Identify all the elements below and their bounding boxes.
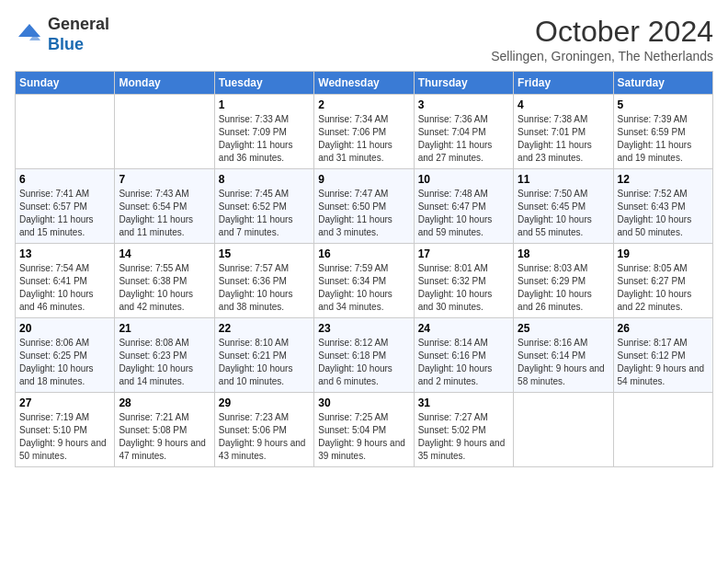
day-info: Sunrise: 7:23 AM Sunset: 5:06 PM Dayligh… xyxy=(219,411,310,463)
day-info: Sunrise: 8:01 AM Sunset: 6:32 PM Dayligh… xyxy=(418,262,509,314)
month-title: October 2024 xyxy=(491,15,713,49)
day-info: Sunrise: 7:39 AM Sunset: 6:59 PM Dayligh… xyxy=(618,113,709,165)
calendar-cell: 25Sunrise: 8:16 AM Sunset: 6:14 PM Dayli… xyxy=(514,318,613,393)
day-info: Sunrise: 7:36 AM Sunset: 7:04 PM Dayligh… xyxy=(418,113,509,165)
day-info: Sunrise: 7:45 AM Sunset: 6:52 PM Dayligh… xyxy=(219,188,310,239)
calendar-table: SundayMondayTuesdayWednesdayThursdayFrid… xyxy=(15,71,713,467)
day-number: 28 xyxy=(119,396,210,409)
day-info: Sunrise: 7:19 AM Sunset: 5:10 PM Dayligh… xyxy=(19,411,110,463)
day-info: Sunrise: 7:34 AM Sunset: 7:06 PM Dayligh… xyxy=(318,113,409,165)
calendar-cell: 29Sunrise: 7:23 AM Sunset: 5:06 PM Dayli… xyxy=(214,393,313,467)
logo-blue-text: Blue xyxy=(48,35,84,53)
day-number: 3 xyxy=(418,98,509,111)
day-number: 6 xyxy=(19,173,110,186)
day-number: 31 xyxy=(418,396,509,409)
day-number: 26 xyxy=(618,322,709,335)
day-number: 16 xyxy=(318,247,409,260)
logo-general-text: General xyxy=(48,15,109,33)
calendar-cell: 13Sunrise: 7:54 AM Sunset: 6:41 PM Dayli… xyxy=(16,244,115,318)
day-info: Sunrise: 8:06 AM Sunset: 6:25 PM Dayligh… xyxy=(19,337,110,388)
day-info: Sunrise: 7:50 AM Sunset: 6:45 PM Dayligh… xyxy=(518,188,609,239)
day-number: 14 xyxy=(119,247,210,260)
page-header: General Blue October 2024 Sellingen, Gro… xyxy=(15,15,713,63)
logo: General Blue xyxy=(15,15,109,54)
calendar-cell: 2Sunrise: 7:34 AM Sunset: 7:06 PM Daylig… xyxy=(314,95,414,169)
calendar-cell: 23Sunrise: 8:12 AM Sunset: 6:18 PM Dayli… xyxy=(314,318,414,393)
calendar-week-row: 20Sunrise: 8:06 AM Sunset: 6:25 PM Dayli… xyxy=(16,318,713,393)
calendar-cell xyxy=(16,95,115,169)
calendar-cell: 4Sunrise: 7:38 AM Sunset: 7:01 PM Daylig… xyxy=(514,95,613,169)
calendar-cell: 19Sunrise: 8:05 AM Sunset: 6:27 PM Dayli… xyxy=(613,244,712,318)
day-info: Sunrise: 7:21 AM Sunset: 5:08 PM Dayligh… xyxy=(119,411,210,463)
day-number: 15 xyxy=(219,247,310,260)
weekday-header-friday: Friday xyxy=(514,72,613,95)
calendar-cell xyxy=(115,95,214,169)
calendar-week-row: 27Sunrise: 7:19 AM Sunset: 5:10 PM Dayli… xyxy=(16,393,713,467)
day-info: Sunrise: 8:10 AM Sunset: 6:21 PM Dayligh… xyxy=(219,337,310,388)
calendar-cell: 31Sunrise: 7:27 AM Sunset: 5:02 PM Dayli… xyxy=(414,393,513,467)
day-info: Sunrise: 7:25 AM Sunset: 5:04 PM Dayligh… xyxy=(318,411,409,463)
calendar-cell: 27Sunrise: 7:19 AM Sunset: 5:10 PM Dayli… xyxy=(16,393,115,467)
day-number: 25 xyxy=(518,322,609,335)
calendar-cell: 11Sunrise: 7:50 AM Sunset: 6:45 PM Dayli… xyxy=(514,169,613,244)
day-number: 30 xyxy=(318,396,409,409)
day-info: Sunrise: 7:38 AM Sunset: 7:01 PM Dayligh… xyxy=(518,113,609,165)
calendar-cell: 30Sunrise: 7:25 AM Sunset: 5:04 PM Dayli… xyxy=(314,393,414,467)
day-info: Sunrise: 7:47 AM Sunset: 6:50 PM Dayligh… xyxy=(318,188,409,239)
calendar-cell: 22Sunrise: 8:10 AM Sunset: 6:21 PM Dayli… xyxy=(214,318,313,393)
day-number: 17 xyxy=(418,247,509,260)
day-info: Sunrise: 7:54 AM Sunset: 6:41 PM Dayligh… xyxy=(19,262,110,314)
day-info: Sunrise: 7:41 AM Sunset: 6:57 PM Dayligh… xyxy=(19,188,110,239)
calendar-cell: 17Sunrise: 8:01 AM Sunset: 6:32 PM Dayli… xyxy=(414,244,513,318)
calendar-cell xyxy=(514,393,613,467)
day-number: 10 xyxy=(418,173,509,186)
calendar-cell: 14Sunrise: 7:55 AM Sunset: 6:38 PM Dayli… xyxy=(115,244,214,318)
calendar-cell: 15Sunrise: 7:57 AM Sunset: 6:36 PM Dayli… xyxy=(214,244,313,318)
day-info: Sunrise: 8:17 AM Sunset: 6:12 PM Dayligh… xyxy=(618,337,709,388)
calendar-cell: 12Sunrise: 7:52 AM Sunset: 6:43 PM Dayli… xyxy=(613,169,712,244)
calendar-cell: 7Sunrise: 7:43 AM Sunset: 6:54 PM Daylig… xyxy=(115,169,214,244)
day-info: Sunrise: 8:12 AM Sunset: 6:18 PM Dayligh… xyxy=(318,337,409,388)
weekday-header-saturday: Saturday xyxy=(613,72,712,95)
day-info: Sunrise: 8:03 AM Sunset: 6:29 PM Dayligh… xyxy=(518,262,609,314)
calendar-week-row: 13Sunrise: 7:54 AM Sunset: 6:41 PM Dayli… xyxy=(16,244,713,318)
calendar-cell: 6Sunrise: 7:41 AM Sunset: 6:57 PM Daylig… xyxy=(16,169,115,244)
calendar-cell: 16Sunrise: 7:59 AM Sunset: 6:34 PM Dayli… xyxy=(314,244,414,318)
calendar-week-row: 6Sunrise: 7:41 AM Sunset: 6:57 PM Daylig… xyxy=(16,169,713,244)
title-block: October 2024 Sellingen, Groningen, The N… xyxy=(491,15,713,63)
weekday-header-wednesday: Wednesday xyxy=(314,72,414,95)
calendar-cell: 3Sunrise: 7:36 AM Sunset: 7:04 PM Daylig… xyxy=(414,95,513,169)
day-info: Sunrise: 7:59 AM Sunset: 6:34 PM Dayligh… xyxy=(318,262,409,314)
day-info: Sunrise: 8:05 AM Sunset: 6:27 PM Dayligh… xyxy=(618,262,709,314)
logo-icon xyxy=(15,20,44,50)
day-info: Sunrise: 7:33 AM Sunset: 7:09 PM Dayligh… xyxy=(219,113,310,165)
day-info: Sunrise: 7:27 AM Sunset: 5:02 PM Dayligh… xyxy=(418,411,509,463)
calendar-cell: 24Sunrise: 8:14 AM Sunset: 6:16 PM Dayli… xyxy=(414,318,513,393)
day-number: 20 xyxy=(19,322,110,335)
day-number: 24 xyxy=(418,322,509,335)
day-number: 8 xyxy=(219,173,310,186)
day-number: 21 xyxy=(119,322,210,335)
day-number: 7 xyxy=(119,173,210,186)
calendar-cell: 28Sunrise: 7:21 AM Sunset: 5:08 PM Dayli… xyxy=(115,393,214,467)
day-info: Sunrise: 8:08 AM Sunset: 6:23 PM Dayligh… xyxy=(119,337,210,388)
day-number: 11 xyxy=(518,173,609,186)
calendar-cell: 18Sunrise: 8:03 AM Sunset: 6:29 PM Dayli… xyxy=(514,244,613,318)
day-number: 12 xyxy=(618,173,709,186)
day-number: 23 xyxy=(318,322,409,335)
weekday-header-sunday: Sunday xyxy=(16,72,115,95)
day-number: 27 xyxy=(19,396,110,409)
calendar-cell: 8Sunrise: 7:45 AM Sunset: 6:52 PM Daylig… xyxy=(214,169,313,244)
day-number: 19 xyxy=(618,247,709,260)
weekday-header-row: SundayMondayTuesdayWednesdayThursdayFrid… xyxy=(16,72,713,95)
day-info: Sunrise: 8:14 AM Sunset: 6:16 PM Dayligh… xyxy=(418,337,509,388)
weekday-header-monday: Monday xyxy=(115,72,214,95)
calendar-cell: 20Sunrise: 8:06 AM Sunset: 6:25 PM Dayli… xyxy=(16,318,115,393)
day-number: 5 xyxy=(618,98,709,111)
day-info: Sunrise: 7:48 AM Sunset: 6:47 PM Dayligh… xyxy=(418,188,509,239)
calendar-cell: 1Sunrise: 7:33 AM Sunset: 7:09 PM Daylig… xyxy=(214,95,313,169)
svg-marker-0 xyxy=(18,24,40,37)
day-info: Sunrise: 7:43 AM Sunset: 6:54 PM Dayligh… xyxy=(119,188,210,239)
calendar-cell: 5Sunrise: 7:39 AM Sunset: 6:59 PM Daylig… xyxy=(613,95,712,169)
day-number: 18 xyxy=(518,247,609,260)
